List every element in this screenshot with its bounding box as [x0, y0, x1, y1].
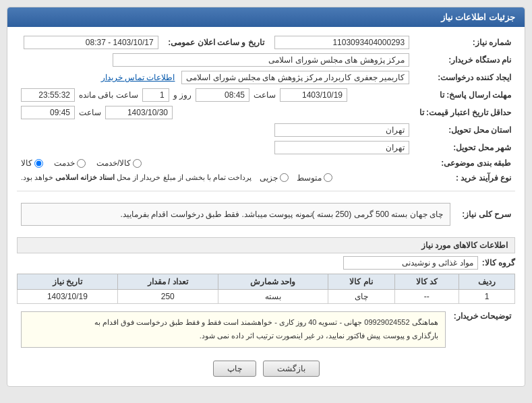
radio-kala-khadamat-label: کالا/خدمت — [96, 158, 131, 168]
radio-khadamat[interactable]: خدمت — [54, 158, 86, 168]
col-count: تعداد / مقدار — [117, 274, 218, 290]
print-button[interactable]: چاپ — [213, 361, 256, 377]
category-label: طبقه بندی موضوعی: — [413, 156, 515, 170]
radio-medium[interactable]: متوسط — [297, 173, 332, 183]
radio-kala-khadamat[interactable]: کالا/خدمت — [96, 158, 142, 168]
back-button[interactable]: بازگشت — [263, 361, 320, 377]
creator-value: کاربمیر جعفری کاربردار مرکز پژوهش های مج… — [181, 71, 409, 84]
group-value: مواد غذائی و نوشیدنی — [343, 256, 478, 270]
send-time-value: 08:45 — [196, 88, 249, 102]
need-number-value: 1103093404000293 — [274, 36, 409, 49]
purchase-note-bold: اسناد خزانه اسلامی — [55, 173, 115, 181]
radio-partial-input[interactable] — [280, 173, 289, 182]
divider1 — [17, 191, 515, 191]
send-remaining-label: ساعت باقی مانده — [79, 90, 138, 100]
cell-unit: بسته — [218, 290, 328, 304]
cell-count: 250 — [117, 290, 218, 304]
creator-label: ایجاد کننده درخواست: — [413, 69, 515, 86]
radio-partial[interactable]: جزیی — [260, 173, 289, 183]
cell-row_num: 1 — [459, 290, 514, 304]
need-number-label: شماره نیاز: — [413, 34, 515, 51]
note-text1: هماهنگی 09929024552 جهانی - تسویه 40 روز… — [94, 318, 438, 326]
send-day-label: روز و — [173, 90, 191, 100]
radio-kala[interactable]: کالا — [21, 158, 43, 168]
creator-contact-link[interactable]: اطلاعات تماس خریدار — [101, 73, 175, 82]
col-code: کد کالا — [394, 274, 459, 290]
radio-medium-input[interactable] — [324, 173, 332, 182]
buyer-org-value: مرکز پژوهش های مجلس شورای اسلامی — [113, 53, 409, 67]
radio-kala-input[interactable] — [34, 159, 43, 168]
purchase-type-label: نوع فرآیند خرید : — [413, 170, 515, 185]
deadline-time-value: 09:45 — [21, 106, 75, 119]
province-value: تهران — [274, 123, 409, 137]
radio-partial-label: جزیی — [260, 173, 278, 183]
note-label: توضیحات خریدار: — [450, 309, 515, 355]
purchase-note: پرداخت تمام با بخشی از مبلغ خریدار از مح… — [21, 173, 252, 182]
note-text2: بارگذاری و پیوست پیش فاکتور نمایید، در غ… — [200, 332, 438, 340]
radio-khadamat-input[interactable] — [77, 159, 86, 168]
cell-name: چای — [328, 290, 394, 304]
note-box: هماهنگی 09929024552 جهانی - تسویه 40 روز… — [21, 311, 446, 348]
send-date-label: مهلت ارسال پاسخ: تا — [413, 86, 515, 104]
province-label: استان محل تحویل: — [413, 121, 515, 139]
cell-date: 1403/10/19 — [18, 290, 118, 304]
radio-kala-khadamat-input[interactable] — [133, 159, 142, 168]
send-time-label: ساعت — [254, 90, 276, 100]
deadline-label: حداقل تاریخ اعتبار قیمت: تا — [413, 104, 515, 121]
radio-medium-label: متوسط — [297, 173, 322, 183]
purchase-note-end: خواهد بود. — [21, 173, 53, 181]
deadline-time-label: ساعت — [79, 108, 101, 117]
col-name: نام کالا — [328, 274, 394, 290]
send-date-value: 1403/10/19 — [280, 88, 347, 102]
radio-khadamat-label: خدمت — [54, 158, 75, 168]
group-label: گروه کالا: — [482, 258, 515, 268]
sarh-label: سرح کلی نیاز: — [454, 197, 515, 232]
buyer-org-label: نام دستگاه خریدار: — [413, 51, 515, 69]
page-title: جزئیات اطلاعات نیاز — [7, 7, 525, 27]
sarh-text: چای جهان بسته 500 گرمی (250 بسته )نمونه … — [21, 203, 450, 226]
city-label: شهر محل تحویل: — [413, 139, 515, 156]
table-row: 1--چایبسته2501403/10/19 — [18, 290, 515, 304]
col-unit: واحد شمارش — [218, 274, 328, 290]
goods-section-title: اطلاعات کالاهای مورد نیاز — [17, 237, 515, 253]
radio-kala-label: کالا — [21, 158, 32, 168]
col-row-num: ردیف — [459, 274, 514, 290]
col-date: تاریخ نیاز — [18, 274, 118, 290]
city-value: تهران — [274, 141, 409, 154]
public-date-label: تاریخ و ساعت اعلان عمومی: — [162, 34, 268, 51]
send-day-value: 1 — [142, 88, 169, 102]
send-remaining-value: 23:55:32 — [21, 88, 75, 102]
deadline-date-value: 1403/10/30 — [105, 106, 173, 119]
cell-code: -- — [394, 290, 459, 304]
public-date-value: 1403/10/17 - 08:37 — [24, 36, 158, 49]
